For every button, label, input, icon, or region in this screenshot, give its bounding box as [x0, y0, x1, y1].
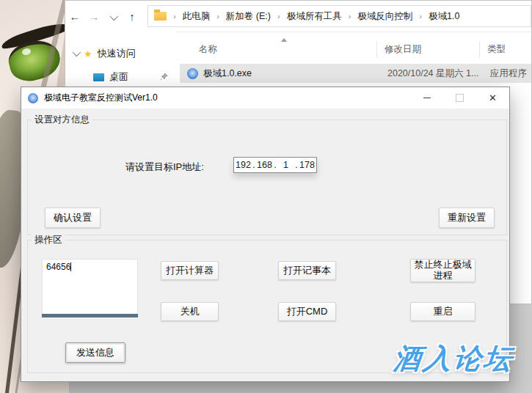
shutdown-button[interactable]: 关机 [161, 302, 219, 321]
column-divider[interactable] [376, 41, 377, 57]
close-icon: ✕ [489, 92, 497, 103]
file-type: 应用程序 [490, 67, 527, 80]
breadcrumb-separator: › [215, 12, 221, 21]
forbid-kill-process-button[interactable]: 禁止终止极域进程 [410, 259, 475, 282]
close-button[interactable]: ✕ [476, 87, 509, 109]
forward-icon[interactable]: → [84, 10, 103, 23]
pin-icon[interactable] [160, 72, 168, 83]
sort-ascending-icon [281, 38, 287, 42]
reset-settings-button[interactable]: 重新设置 [439, 207, 495, 228]
breadcrumb-separator: › [347, 12, 353, 21]
ip-octet-1[interactable]: 192 [234, 160, 252, 170]
dialog-titlebar[interactable]: 极域电子教室反控测试Ver1.0 ✕ [21, 87, 509, 109]
ip-address-label: 请设置目标IP地址: [125, 161, 204, 174]
sidebar-item-label: 桌面 [109, 70, 128, 84]
reverse-control-dialog: 极域电子教室反控测试Ver1.0 ✕ 设置对方信息 请设置目标IP地址: 192… [21, 87, 510, 382]
star-icon: ★ [84, 48, 92, 59]
maximize-icon [456, 94, 464, 102]
settings-group-label: 设置对方信息 [32, 114, 92, 126]
open-cmd-button[interactable]: 打开CMD [278, 302, 336, 321]
file-list-header: 名称 修改日期 类型 [177, 41, 531, 59]
confirm-settings-button[interactable]: 确认设置 [45, 207, 101, 228]
sidebar-item-desktop[interactable]: 桌面 [65, 67, 177, 87]
horizontal-scrollbar-thumb[interactable] [42, 314, 138, 317]
message-textarea[interactable]: 64656 [42, 259, 138, 317]
forum-watermark: 酒入论坛 [391, 340, 515, 378]
breadcrumb-item-drive-e[interactable]: 新加卷 (E:) [226, 10, 271, 23]
address-bar[interactable]: › 此电脑 › 新加卷 (E:) › 极域所有工具 › 极域反向控制 › 极域1… [147, 5, 531, 27]
back-icon[interactable]: ← [65, 10, 84, 23]
text-cursor [70, 262, 71, 271]
window-controls: ✕ [410, 87, 509, 109]
breadcrumb-item-version[interactable]: 极域1.0 [429, 10, 459, 23]
column-header-type[interactable]: 类型 [487, 43, 506, 56]
open-notepad-button[interactable]: 打开记事本 [278, 261, 336, 280]
minimize-button[interactable] [410, 87, 443, 109]
ip-octet-2[interactable]: 168 [255, 160, 274, 170]
open-calculator-button[interactable]: 打开计算器 [161, 261, 219, 280]
breadcrumb-item-tools[interactable]: 极域所有工具 [287, 10, 342, 23]
dialog-app-icon [28, 93, 38, 103]
column-header-name[interactable]: 名称 [199, 43, 217, 56]
sidebar-item-label: 快速访问 [98, 47, 136, 60]
explorer-toolbar: ← → ↑ › 此电脑 › 新加卷 (E:) › 极域所有工具 › 极域反向控制… [65, 1, 531, 32]
expand-chevron-icon[interactable] [73, 48, 81, 56]
restart-button[interactable]: 重启 [410, 302, 475, 321]
operations-group-label: 操作区 [32, 234, 65, 246]
ip-octet-3[interactable]: 1 [277, 160, 295, 170]
ip-octet-4[interactable]: 178 [298, 160, 316, 170]
breadcrumb-separator: › [276, 12, 282, 21]
sidebar-item-quick-access[interactable]: ★ 快速访问 [65, 44, 177, 63]
column-divider[interactable] [479, 41, 480, 57]
breadcrumb-separator: › [418, 12, 423, 21]
history-chevron-icon[interactable] [103, 10, 123, 23]
app-file-icon [187, 68, 198, 79]
message-text: 64656 [46, 262, 70, 272]
column-header-date[interactable]: 修改日期 [385, 43, 421, 56]
breadcrumb-item-reverse-control[interactable]: 极域反向控制 [357, 10, 412, 23]
maximize-button[interactable] [443, 87, 476, 109]
breadcrumb-item-this-pc[interactable]: 此电脑 [183, 10, 211, 23]
desktop-icon [93, 73, 104, 81]
send-message-button[interactable]: 发送信息 [65, 342, 125, 363]
breadcrumb-separator: › [172, 12, 178, 21]
ip-address-input[interactable]: 192 . 168 . 1 . 178 [233, 157, 317, 173]
minimize-icon [423, 98, 431, 99]
up-icon[interactable]: ↑ [123, 10, 142, 23]
file-row-selected[interactable]: 极域1.0.exe 2020/10/24 星期六 1... 应用程序 [180, 64, 531, 83]
folder-icon [154, 12, 167, 21]
dialog-title: 极域电子教室反控测试Ver1.0 [44, 92, 158, 104]
screen: ← → ↑ › 此电脑 › 新加卷 (E:) › 极域所有工具 › 极域反向控制… [0, 0, 532, 393]
file-name: 极域1.0.exe [203, 67, 252, 80]
file-date: 2020/10/24 星期六 1... [387, 67, 478, 80]
